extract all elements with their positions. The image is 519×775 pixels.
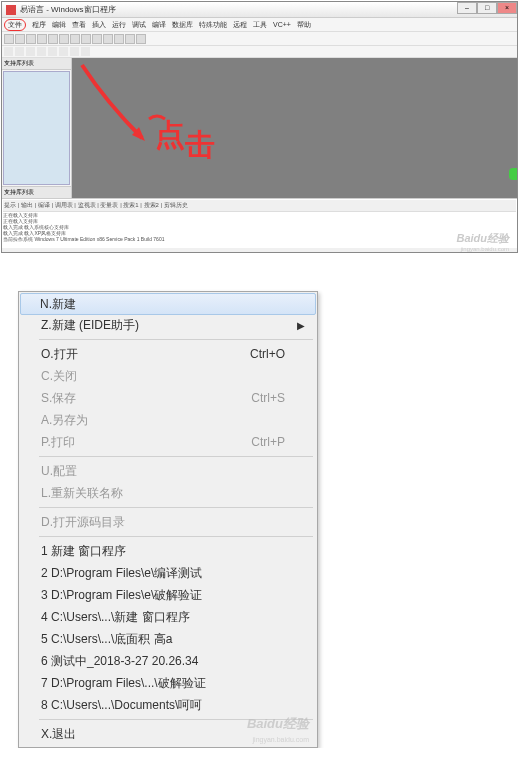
menu-special[interactable]: 特殊功能 [199, 20, 227, 30]
menu-separator [39, 536, 313, 537]
minimize-button[interactable]: – [457, 2, 477, 14]
menu-item-open[interactable]: O.打开 Ctrl+O [21, 343, 315, 365]
menu-item-close[interactable]: C.关闭 [21, 365, 315, 387]
tool-redo-icon[interactable] [81, 34, 91, 44]
submenu-arrow-icon: ▶ [297, 320, 305, 331]
tool-open-icon[interactable] [15, 34, 25, 44]
toolbar-secondary [2, 46, 517, 58]
menu-label: 8 C:\Users\...\Documents\呵呵 [41, 697, 202, 714]
menu-shortcut: Ctrl+S [251, 391, 285, 405]
menu-item-exit[interactable]: X.退出 [21, 723, 315, 745]
sidebar-bottom-tab[interactable]: 支持库列表 [2, 186, 71, 198]
sidebar: 支持库列表 支持库列表 [2, 58, 72, 198]
menu-separator [39, 719, 313, 720]
tool-new-icon[interactable] [4, 34, 14, 44]
tool-stop-icon[interactable] [114, 34, 124, 44]
output-panel: 提示 | 输出 | 编译 | 调用表 | 监视表 | 变量表 | 搜索1 | 搜… [2, 198, 517, 248]
log-line: 当前操作系统 Windows 7 Ultimate Edition x86 Se… [3, 236, 516, 242]
menu-label: 5 C:\Users\...\底面积 高a [41, 631, 172, 648]
menu-label: A.另存为 [41, 412, 88, 429]
tool-run-icon[interactable] [103, 34, 113, 44]
watermark-url: jingyan.baidu.com [461, 246, 509, 252]
menu-item-recent-5[interactable]: 5 C:\Users\...\底面积 高a [21, 628, 315, 650]
maximize-button[interactable]: □ [477, 2, 497, 14]
menu-item-new-eide[interactable]: Z.新建 (EIDE助手) ▶ [21, 314, 315, 336]
main-area: 支持库列表 支持库列表 点 击 [2, 58, 517, 198]
menubar: 文件 程序 编辑 查看 插入 运行 调试 编译 数据库 特殊功能 远程 工具 V… [2, 18, 517, 32]
tool-cut-icon[interactable] [37, 34, 47, 44]
menu-label: 4 C:\Users\...\新建 窗口程序 [41, 609, 190, 626]
svg-text:点: 点 [155, 118, 185, 151]
annotation-arrow-icon: 点 击 [77, 63, 227, 183]
file-menu-highlighted[interactable]: 文件 [4, 19, 26, 31]
menu-label: X.退出 [41, 726, 76, 743]
menu-item-opensrc[interactable]: D.打开源码目录 [21, 511, 315, 533]
menu-item-new[interactable]: N.新建 [20, 293, 316, 315]
menu-view[interactable]: 查看 [72, 20, 86, 30]
menu-label: Z.新建 (EIDE助手) [41, 317, 139, 334]
tool-undo-icon[interactable] [70, 34, 80, 44]
menu-label: 1 新建 窗口程序 [41, 543, 126, 560]
tool2-icon[interactable] [70, 47, 79, 56]
menu-label: 7 D:\Program Files\...\破解验证 [41, 675, 206, 692]
menu-insert[interactable]: 插入 [92, 20, 106, 30]
menu-shortcut: Ctrl+P [251, 435, 285, 449]
svg-text:击: 击 [184, 128, 215, 161]
menu-label: D.打开源码目录 [41, 514, 125, 531]
sidebar-tab[interactable]: 支持库列表 [2, 58, 71, 70]
menu-tools[interactable]: 工具 [253, 20, 267, 30]
menu-label: 6 测试中_2018-3-27 20.26.34 [41, 653, 198, 670]
menu-item-recent-6[interactable]: 6 测试中_2018-3-27 20.26.34 [21, 650, 315, 672]
menu-item-recent-3[interactable]: 3 D:\Program Files\e\破解验证 [21, 584, 315, 606]
tool2-icon[interactable] [26, 47, 35, 56]
canvas-area[interactable]: 点 击 [72, 58, 517, 198]
menu-remote[interactable]: 远程 [233, 20, 247, 30]
app-icon [6, 5, 16, 15]
menu-compile[interactable]: 编译 [152, 20, 166, 30]
menu-label: U.配置 [41, 463, 77, 480]
tool-copy-icon[interactable] [48, 34, 58, 44]
menu-item-relink[interactable]: L.重新关联名称 [21, 482, 315, 504]
menu-item-recent-7[interactable]: 7 D:\Program Files\...\破解验证 [21, 672, 315, 694]
tool2-icon[interactable] [48, 47, 57, 56]
menu-shortcut: Ctrl+O [250, 347, 285, 361]
menu-edit[interactable]: 编辑 [52, 20, 66, 30]
menu-item-recent-1[interactable]: 1 新建 窗口程序 [21, 540, 315, 562]
menu-help[interactable]: 帮助 [297, 20, 311, 30]
menu-run[interactable]: 运行 [112, 20, 126, 30]
tool-find-icon[interactable] [92, 34, 102, 44]
menu-separator [39, 507, 313, 508]
menu-label: S.保存 [41, 390, 76, 407]
menu-label: C.关闭 [41, 368, 77, 385]
menu-item-recent-4[interactable]: 4 C:\Users\...\新建 窗口程序 [21, 606, 315, 628]
window-controls: – □ × [457, 2, 517, 14]
menu-label: L.重新关联名称 [41, 485, 123, 502]
menu-label: P.打印 [41, 434, 75, 451]
tool2-icon[interactable] [81, 47, 90, 56]
tool2-icon[interactable] [59, 47, 68, 56]
output-tabs[interactable]: 提示 | 输出 | 编译 | 调用表 | 监视表 | 变量表 | 搜索1 | 搜… [3, 200, 516, 212]
menu-label: O.打开 [41, 346, 78, 363]
menu-item-save[interactable]: S.保存 Ctrl+S [21, 387, 315, 409]
menu-database[interactable]: 数据库 [172, 20, 193, 30]
menu-item-recent-8[interactable]: 8 C:\Users\...\Documents\呵呵 [21, 694, 315, 716]
tool-compile-icon[interactable] [136, 34, 146, 44]
menu-separator [39, 339, 313, 340]
tool-save-icon[interactable] [26, 34, 36, 44]
tool2-icon[interactable] [4, 47, 13, 56]
tool-paste-icon[interactable] [59, 34, 69, 44]
menu-item-config[interactable]: U.配置 [21, 460, 315, 482]
close-button[interactable]: × [497, 2, 517, 14]
menu-program[interactable]: 程序 [32, 20, 46, 30]
menu-item-print[interactable]: P.打印 Ctrl+P [21, 431, 315, 453]
menu-vcpp[interactable]: VC++ [273, 21, 291, 28]
menu-item-saveas[interactable]: A.另存为 [21, 409, 315, 431]
tool2-icon[interactable] [15, 47, 24, 56]
menu-label: N.新建 [40, 296, 76, 313]
tool2-icon[interactable] [37, 47, 46, 56]
window-title: 易语言 - Windows窗口程序 [20, 4, 116, 15]
tool-step-icon[interactable] [125, 34, 135, 44]
menu-debug[interactable]: 调试 [132, 20, 146, 30]
sidebar-tree[interactable] [3, 71, 70, 185]
menu-item-recent-2[interactable]: 2 D:\Program Files\e\编译测试 [21, 562, 315, 584]
